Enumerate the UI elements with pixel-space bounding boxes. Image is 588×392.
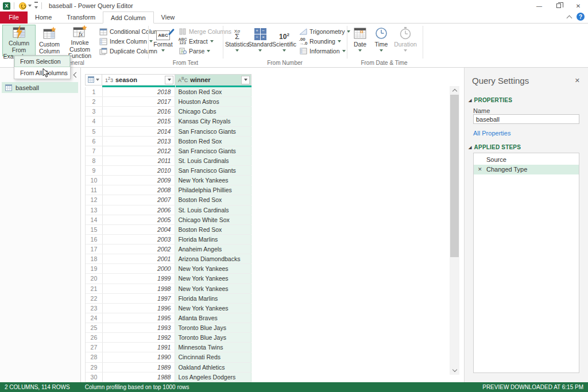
- cell-season[interactable]: 2018: [103, 87, 176, 96]
- cell-season[interactable]: 1989: [103, 363, 176, 372]
- column-from-examples-button[interactable]: Column From Examples: [2, 25, 36, 56]
- tab-view[interactable]: View: [154, 11, 183, 24]
- applied-steps-section-header[interactable]: ◢ APPLIED STEPS: [469, 144, 521, 150]
- cell-winner[interactable]: Boston Red Sox: [175, 195, 252, 204]
- column-header-winner[interactable]: ABC winner: [175, 74, 252, 86]
- cell-season[interactable]: 2010: [103, 166, 176, 175]
- cell-winner[interactable]: Minnesota Twins: [175, 343, 252, 352]
- format-button[interactable]: ABC Format: [152, 25, 175, 56]
- scrollbar-thumb[interactable]: [450, 95, 459, 257]
- column-header-season[interactable]: 123 season: [102, 74, 175, 86]
- cell-season[interactable]: 2000: [103, 264, 176, 273]
- cell-winner[interactable]: Philadelphia Phillies: [175, 185, 252, 195]
- scientific-button[interactable]: 102 Scientific: [272, 25, 296, 56]
- cell-season[interactable]: 2006: [103, 205, 176, 215]
- filter-button-winner[interactable]: [241, 76, 250, 84]
- cell-season[interactable]: 1991: [103, 343, 176, 352]
- all-properties-link[interactable]: All Properties: [473, 130, 510, 137]
- vertical-scrollbar[interactable]: [450, 86, 459, 375]
- properties-section-header[interactable]: ◢ PROPERTIES: [469, 97, 512, 103]
- file-tab[interactable]: File: [0, 11, 28, 24]
- cell-season[interactable]: 2004: [103, 225, 176, 234]
- cell-winner[interactable]: Houston Astros: [175, 97, 252, 106]
- query-item-baseball[interactable]: baseball: [2, 82, 78, 93]
- cell-season[interactable]: 2014: [103, 127, 176, 136]
- information-button[interactable]: Information: [299, 46, 346, 56]
- cell-winner[interactable]: New York Yankees: [175, 176, 252, 185]
- cell-season[interactable]: 2015: [103, 117, 176, 126]
- cell-season[interactable]: 2011: [103, 156, 176, 165]
- smiley-dropdown-icon[interactable]: [28, 5, 32, 7]
- cell-season[interactable]: 2017: [103, 97, 176, 106]
- tab-transform[interactable]: Transform: [59, 11, 103, 24]
- cell-season[interactable]: 2002: [103, 244, 176, 254]
- cell-winner[interactable]: Kansas City Royals: [175, 117, 252, 126]
- status-profiling-info[interactable]: Column profiling based on top 1000 rows: [85, 384, 189, 390]
- cell-winner[interactable]: Boston Red Sox: [175, 137, 252, 146]
- collapse-queries-pane-icon[interactable]: [74, 72, 79, 78]
- invoke-custom-function-button[interactable]: fx Invoke Custom Function: [63, 25, 96, 56]
- cell-season[interactable]: 2003: [103, 235, 176, 244]
- extract-button[interactable]: ABC123 Extract: [178, 37, 214, 46]
- trigonometry-button[interactable]: Trigonometry: [299, 27, 350, 36]
- cell-season[interactable]: 1997: [103, 294, 176, 303]
- merge-columns-button[interactable]: Merge Columns: [178, 27, 231, 36]
- cell-winner[interactable]: Chicago Cubs: [175, 107, 252, 116]
- close-button[interactable]: ✕: [568, 0, 588, 11]
- cell-winner[interactable]: New York Yankees: [175, 264, 252, 273]
- menu-item-from-selection[interactable]: From Selection: [14, 56, 70, 67]
- date-button[interactable]: Date: [350, 25, 370, 56]
- collapse-ribbon-icon[interactable]: [567, 15, 572, 21]
- cell-season[interactable]: 1988: [103, 372, 176, 382]
- cell-season[interactable]: 1995: [103, 313, 176, 323]
- cell-winner[interactable]: Atlanta Braves: [175, 313, 252, 323]
- tab-add-column[interactable]: Add Column: [103, 11, 154, 24]
- cell-season[interactable]: 1996: [103, 304, 176, 313]
- time-button[interactable]: Time: [372, 25, 390, 56]
- cell-season[interactable]: 2009: [103, 176, 176, 185]
- standard-button[interactable]: +−÷× Standard: [249, 25, 271, 56]
- cell-season[interactable]: 1992: [103, 333, 176, 342]
- cell-winner[interactable]: Florida Marlins: [175, 235, 252, 244]
- cell-winner[interactable]: Toronto Blue Jays: [175, 333, 252, 342]
- cell-winner[interactable]: St. Louis Cardinals: [175, 156, 252, 165]
- cell-winner[interactable]: Boston Red Sox: [175, 225, 252, 234]
- cell-winner[interactable]: New York Yankees: [175, 284, 252, 293]
- cell-season[interactable]: 2013: [103, 137, 176, 146]
- feedback-smiley-icon[interactable]: [19, 2, 26, 10]
- statistics-button[interactable]: XσΣ Statistics: [226, 25, 248, 56]
- cell-season[interactable]: 2007: [103, 195, 176, 204]
- cell-winner[interactable]: Oakland Athletics: [175, 363, 252, 372]
- delete-step-icon[interactable]: ✕: [478, 165, 482, 174]
- cell-winner[interactable]: New York Yankees: [175, 274, 252, 283]
- parse-button[interactable]: Parse: [178, 46, 210, 56]
- qat-customize-icon[interactable]: [34, 2, 38, 10]
- cell-winner[interactable]: Florida Marlins: [175, 294, 252, 303]
- restore-button[interactable]: [549, 0, 568, 11]
- help-icon[interactable]: ?: [577, 13, 585, 21]
- close-settings-icon[interactable]: ✕: [575, 77, 580, 84]
- cell-winner[interactable]: Anaheim Angels: [175, 244, 252, 254]
- cell-winner[interactable]: Los Angeles Dodgers: [175, 372, 252, 382]
- cell-winner[interactable]: New York Yankees: [175, 304, 252, 313]
- cell-season[interactable]: 2001: [103, 254, 176, 263]
- cell-season[interactable]: 2012: [103, 146, 176, 156]
- cell-season[interactable]: 2016: [103, 107, 176, 116]
- cell-winner[interactable]: Cincinnati Reds: [175, 352, 252, 362]
- scroll-down-button[interactable]: [450, 366, 459, 375]
- table-menu-button[interactable]: [85, 74, 102, 86]
- rounding-button[interactable]: .00→.0 Rounding: [299, 37, 341, 46]
- cell-season[interactable]: 2008: [103, 185, 176, 195]
- duration-button[interactable]: Duration: [393, 25, 418, 56]
- tab-home[interactable]: Home: [28, 11, 59, 24]
- query-name-input[interactable]: [473, 114, 579, 124]
- scroll-up-button[interactable]: [450, 86, 459, 95]
- cell-season[interactable]: 1998: [103, 284, 176, 293]
- cell-winner[interactable]: San Francisco Giants: [175, 146, 252, 156]
- cell-winner[interactable]: San Francisco Giants: [175, 127, 252, 136]
- data-type-text-icon[interactable]: ABC: [178, 76, 188, 83]
- cell-winner[interactable]: Toronto Blue Jays: [175, 323, 252, 332]
- index-column-button[interactable]: Index Column: [99, 37, 153, 46]
- filter-button-season[interactable]: [165, 76, 173, 84]
- cell-season[interactable]: 2005: [103, 215, 176, 224]
